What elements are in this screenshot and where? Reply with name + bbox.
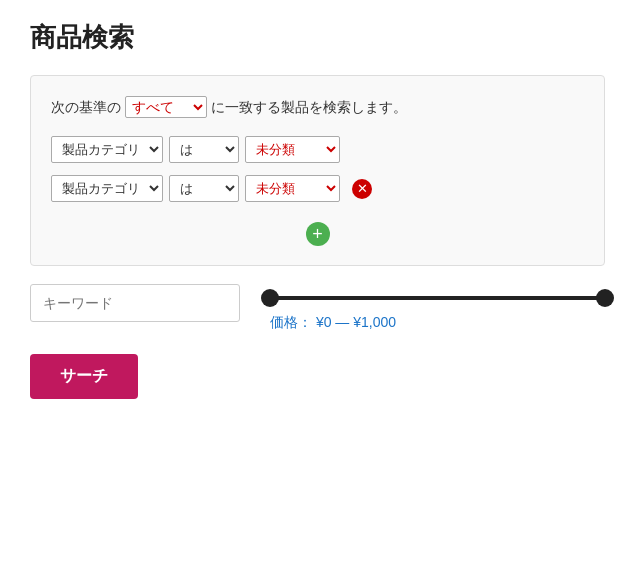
search-button[interactable]: サーチ [30,354,138,399]
criteria-suffix: に一致する製品を検索します。 [211,99,407,115]
criteria-match-select[interactable]: すべて いずれか [125,96,207,118]
filter-value-select-1[interactable]: 未分類 カテゴリA カテゴリB [245,136,340,163]
page-title: 商品検索 [30,20,605,55]
price-max: ¥1,000 [353,314,396,330]
filter-category-select-1[interactable]: 製品カテゴリ 製品名 製品コード [51,136,163,163]
filter-operator-select-2[interactable]: は 含む 以上 以下 [169,175,239,202]
price-slider[interactable] [270,288,605,308]
keyword-input[interactable] [30,284,240,322]
slider-thumb-max[interactable] [596,289,614,307]
filter-row-1: 製品カテゴリ 製品名 製品コード は 含む 以上 以下 未分類 カテゴリA カテ… [51,136,584,163]
add-row: + [51,214,584,250]
filter-operator-select-1[interactable]: は 含む 以上 以下 [169,136,239,163]
slider-thumb-min[interactable] [261,289,279,307]
price-label-text: 価格： [270,314,312,330]
criteria-prefix: 次の基準の [51,99,121,115]
filter-row-2: 製品カテゴリ 製品名 製品コード は 含む 以上 以下 未分類 カテゴリA カテ… [51,175,584,202]
slider-track [270,296,605,300]
price-min: ¥0 [316,314,332,330]
price-label: 価格： ¥0 ― ¥1,000 [270,314,605,332]
filter-value-select-2[interactable]: 未分類 カテゴリA カテゴリB [245,175,340,202]
bottom-section: 価格： ¥0 ― ¥1,000 [30,284,605,332]
price-range-section: 価格： ¥0 ― ¥1,000 [270,284,605,332]
filter-category-select-2[interactable]: 製品カテゴリ 製品名 製品コード [51,175,163,202]
price-separator: ― [335,314,353,330]
remove-filter-button-2[interactable]: ✕ [352,179,372,199]
add-filter-button[interactable]: + [306,222,330,246]
search-container: 次の基準の すべて いずれか に一致する製品を検索します。 製品カテゴリ 製品名… [30,75,605,266]
criteria-text: 次の基準の すべて いずれか に一致する製品を検索します。 [51,96,584,118]
